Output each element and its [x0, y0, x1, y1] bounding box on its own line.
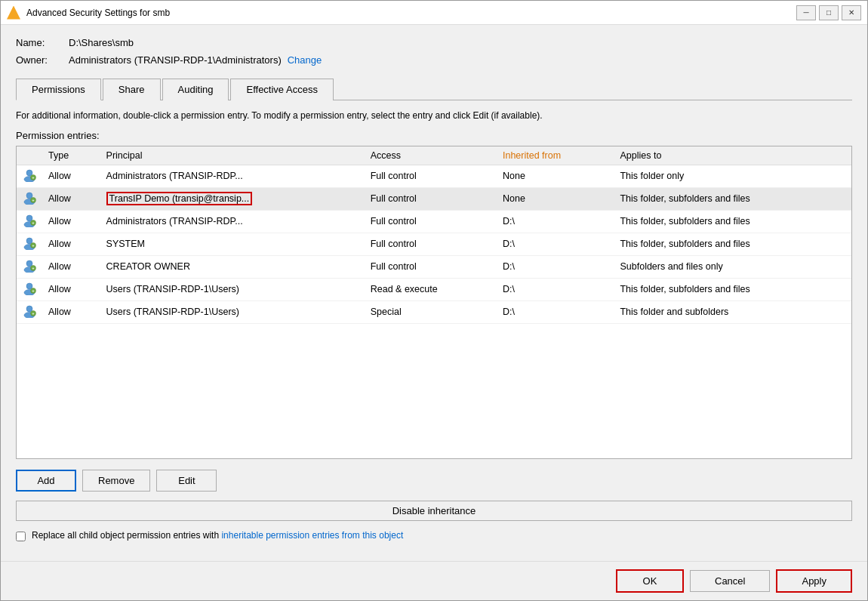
cancel-button[interactable]: Cancel [690, 570, 770, 592]
table-row[interactable]: + AllowUsers (TRANSIP-RDP-1\Users)Read &… [17, 278, 851, 300]
row-inherited-from: None [497, 165, 614, 187]
table-row[interactable]: + AllowCREATOR OWNERFull controlD:\Subfo… [17, 255, 851, 278]
svg-text:+: + [32, 174, 35, 179]
row-icon: + [17, 278, 42, 300]
owner-label: Owner: [16, 54, 69, 66]
table-body: + AllowAdministrators (TRANSIP-RDP...Ful… [17, 165, 851, 323]
disable-inheritance-button[interactable]: Disable inheritance [16, 501, 852, 521]
row-icon: + [17, 210, 42, 233]
name-label: Name: [16, 37, 69, 48]
title-bar: Advanced Security Settings for smb ─ □ ✕ [1, 1, 867, 25]
replace-checkbox-row: Replace all child object permission entr… [16, 530, 852, 541]
owner-value: Administrators (TRANSIP-RDP-1\Administra… [69, 54, 282, 66]
row-type: Allow [42, 233, 100, 255]
row-type: Allow [42, 255, 100, 278]
row-applies-to: Subfolders and files only [614, 255, 851, 278]
footer: OK Cancel Apply [1, 561, 867, 600]
table-row[interactable]: + AllowAdministrators (TRANSIP-RDP...Ful… [17, 210, 851, 233]
row-icon: + [17, 187, 42, 210]
change-link[interactable]: Change [288, 54, 322, 66]
tab-share[interactable]: Share [103, 79, 161, 100]
row-principal: Users (TRANSIP-RDP-1\Users) [100, 300, 365, 323]
table-row[interactable]: + AllowUsers (TRANSIP-RDP-1\Users)Specia… [17, 300, 851, 323]
row-principal: Users (TRANSIP-RDP-1\Users) [100, 278, 365, 300]
svg-text:+: + [32, 197, 35, 202]
row-type: Allow [42, 300, 100, 323]
tab-auditing[interactable]: Auditing [162, 79, 229, 100]
row-inherited-from: D:\ [497, 278, 614, 300]
instruction-text: For additional information, double-click… [16, 109, 852, 122]
row-icon: + [17, 233, 42, 255]
table-row[interactable]: + AllowAdministrators (TRANSIP-RDP...Ful… [17, 165, 851, 187]
ok-button[interactable]: OK [616, 569, 684, 593]
edit-button[interactable]: Edit [156, 470, 217, 492]
owner-row: Owner: Administrators (TRANSIP-RDP-1\Adm… [16, 54, 852, 66]
row-principal: SYSTEM [100, 233, 365, 255]
replace-checkbox[interactable] [16, 532, 26, 541]
col-type [17, 146, 42, 165]
row-applies-to: This folder, subfolders and files [614, 278, 851, 300]
row-inherited-from: D:\ [497, 233, 614, 255]
permission-table-wrapper: Type Principal Access Inherited from App… [16, 146, 852, 459]
tab-permissions[interactable]: Permissions [16, 79, 101, 100]
row-applies-to: This folder and subfolders [614, 300, 851, 323]
minimize-button[interactable]: ─ [796, 5, 816, 20]
table-row[interactable]: + AllowTransIP Demo (transip@transip...F… [17, 187, 851, 210]
row-type: Allow [42, 210, 100, 233]
row-principal: CREATOR OWNER [100, 255, 365, 278]
row-type: Allow [42, 187, 100, 210]
svg-text:+: + [32, 242, 35, 247]
close-button[interactable]: ✕ [842, 5, 861, 20]
table-header-row: Type Principal Access Inherited from App… [17, 146, 851, 165]
col-header-access: Access [365, 146, 497, 165]
row-access: Full control [365, 210, 497, 233]
table-row[interactable]: + AllowSYSTEMFull controlD:\This folder,… [17, 233, 851, 255]
col-header-principal: Principal [100, 146, 365, 165]
folder-icon [7, 6, 20, 20]
apply-button[interactable]: Apply [776, 569, 852, 593]
main-window: Advanced Security Settings for smb ─ □ ✕… [0, 0, 868, 601]
row-inherited-from: None [497, 187, 614, 210]
row-inherited-from: D:\ [497, 255, 614, 278]
replace-label: Replace all child object permission entr… [32, 530, 403, 541]
row-type: Allow [42, 278, 100, 300]
svg-text:+: + [32, 288, 35, 292]
row-principal: Administrators (TRANSIP-RDP... [100, 210, 365, 233]
row-access: Read & execute [365, 278, 497, 300]
tab-effective-access[interactable]: Effective Access [230, 79, 333, 100]
col-header-type: Type [42, 146, 100, 165]
name-row: Name: D:\Shares\smb [16, 37, 852, 48]
row-applies-to: This folder, subfolders and files [614, 187, 851, 210]
action-buttons: Add Remove Edit [16, 470, 852, 492]
maximize-button[interactable]: □ [819, 5, 839, 20]
svg-text:+: + [32, 265, 35, 270]
remove-button[interactable]: Remove [82, 470, 150, 492]
main-content: Name: D:\Shares\smb Owner: Administrator… [1, 25, 867, 561]
row-applies-to: This folder, subfolders and files [614, 210, 851, 233]
row-access: Full control [365, 187, 497, 210]
row-type: Allow [42, 165, 100, 187]
name-value: D:\Shares\smb [69, 37, 134, 48]
row-access: Full control [365, 255, 497, 278]
permission-table: Type Principal Access Inherited from App… [17, 146, 851, 324]
col-header-applies: Applies to [614, 146, 851, 165]
window-controls: ─ □ ✕ [796, 5, 861, 20]
row-access: Special [365, 300, 497, 323]
row-icon: + [17, 165, 42, 187]
row-applies-to: This folder only [614, 165, 851, 187]
add-button[interactable]: Add [16, 470, 76, 492]
row-principal: TransIP Demo (transip@transip... [100, 187, 365, 210]
row-principal: Administrators (TRANSIP-RDP... [100, 165, 365, 187]
svg-text:+: + [32, 220, 35, 224]
row-inherited-from: D:\ [497, 210, 614, 233]
svg-text:+: + [32, 310, 35, 315]
row-inherited-from: D:\ [497, 300, 614, 323]
row-applies-to: This folder, subfolders and files [614, 233, 851, 255]
window-title: Advanced Security Settings for smb [26, 8, 796, 18]
row-icon: + [17, 300, 42, 323]
section-label: Permission entries: [16, 130, 852, 141]
tabs-container: Permissions Share Auditing Effective Acc… [16, 78, 852, 100]
row-access: Full control [365, 165, 497, 187]
row-icon: + [17, 255, 42, 278]
row-access: Full control [365, 233, 497, 255]
